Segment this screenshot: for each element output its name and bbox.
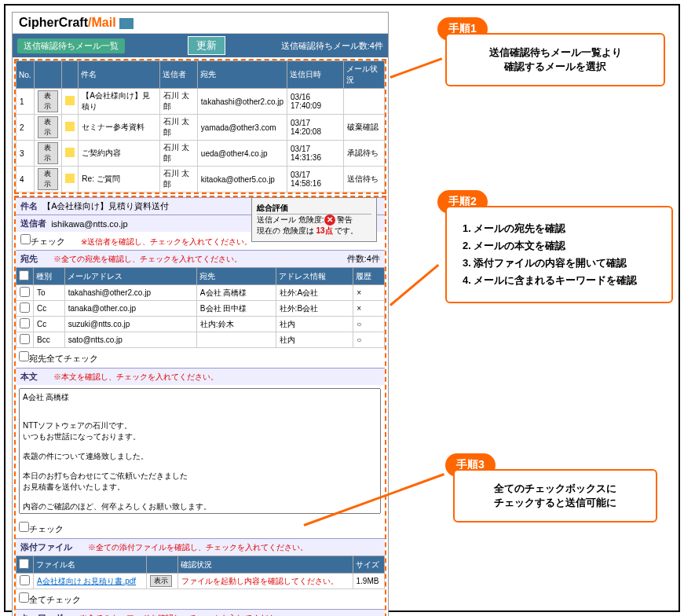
step2-callout: 1. メールの宛先を確認 2. メールの本文を確認 3. 添付ファイルの内容を開… [445, 206, 673, 303]
edit-icon[interactable] [65, 148, 75, 157]
show-button[interactable]: 表示 [38, 116, 59, 138]
step3-callout: 全てのチェックボックスにチェックすると送信可能に [453, 469, 657, 522]
show-attach-button[interactable]: 表示 [150, 575, 172, 587]
edit-icon[interactable] [65, 174, 75, 183]
show-button[interactable]: 表示 [38, 168, 59, 190]
attach-label: 添付ファイル [20, 541, 72, 553]
table-row: 2表示セミナー参考資料石川 太郎yamada@other3.com03/17 1… [16, 115, 385, 141]
subject-value: 【A会社様向け】見積り資料送付 [42, 200, 169, 212]
brand-bar: CipherCraft/Mail [13, 13, 388, 34]
sender-value: ishikawa@ntts.co.jp [51, 219, 127, 229]
sender-check[interactable] [20, 234, 31, 244]
show-button[interactable]: 表示 [38, 142, 59, 164]
sender-label: 送信者 [20, 218, 46, 229]
keyword-label: キーワード [20, 612, 64, 616]
app-window: CipherCraft/Mail 送信確認待ちメール一覧 更新 送信確認待ちメー… [12, 12, 389, 616]
brand-text-1: CipherCraft [19, 16, 88, 29]
subject-label: 件名 [20, 200, 38, 212]
dest-check-all[interactable] [19, 270, 29, 280]
dest-table: 種別メールアドレス宛先アドレス情報履歴 Totakahashi@other2.c… [16, 267, 385, 348]
dest-label: 宛先 [20, 253, 38, 265]
mail-icon [119, 18, 134, 29]
list-title: 送信確認待ちメール一覧 [17, 38, 125, 53]
toolbar: 送信確認待ちメール一覧 更新 送信確認待ちメール数:4件 [13, 34, 388, 57]
update-button[interactable]: 更新 [188, 36, 225, 55]
table-row: 4表示Re: ご質問石川 太郎kitaoka@other5.co.jp03/17… [16, 167, 385, 192]
body-check[interactable] [19, 522, 29, 532]
mail-count: 送信確認待ちメール数:4件 [281, 40, 383, 52]
table-row: 3表示ご契約内容石川 太郎ueda@other4.co.jp03/17 14:3… [16, 141, 385, 167]
mail-list-table: No.件名送信者宛先送信日時メール状況 1表示【A会社様向け】見積り石川 太郎t… [16, 60, 385, 192]
edit-icon[interactable] [65, 96, 75, 105]
connector-line [390, 57, 442, 79]
table-row: 1表示【A会社様向け】見積り石川 太郎takahashi@other2.co.j… [16, 89, 385, 115]
body-textarea[interactable] [19, 388, 381, 514]
attach-table: ファイル名確認状況サイズ A会社様向け お見積り書.pdf表示ファイルを起動し内… [16, 556, 385, 589]
attach-all-check[interactable] [19, 592, 29, 603]
show-button[interactable]: 表示 [38, 90, 59, 112]
body-label: 本文 [20, 371, 38, 383]
sender-note: ※送信者を確認し、チェックを入れてください。 [81, 237, 252, 246]
edit-icon[interactable] [65, 122, 75, 131]
step1-callout: 送信確認待ちメール一覧より確認するメールを選択 [445, 33, 665, 86]
evaluation-box: 総合評価 送信メール 危険度:✕ 警告 現在の 危険度は 13点 です。 [251, 197, 377, 242]
dest-all-check[interactable] [19, 351, 29, 361]
mail-list-highlight: No.件名送信者宛先送信日時メール状況 1表示【A会社様向け】見積り石川 太郎t… [14, 59, 386, 194]
detail-highlight: 件名 【A会社様向け】見積り資料送付 送信者 ishikawa@ntts.co.… [14, 196, 386, 616]
attach-link[interactable]: A会社様向け お見積り書.pdf [37, 577, 136, 585]
connector-line [390, 264, 439, 306]
brand-text-2: /Mail [88, 16, 116, 29]
danger-icon: ✕ [324, 214, 335, 226]
